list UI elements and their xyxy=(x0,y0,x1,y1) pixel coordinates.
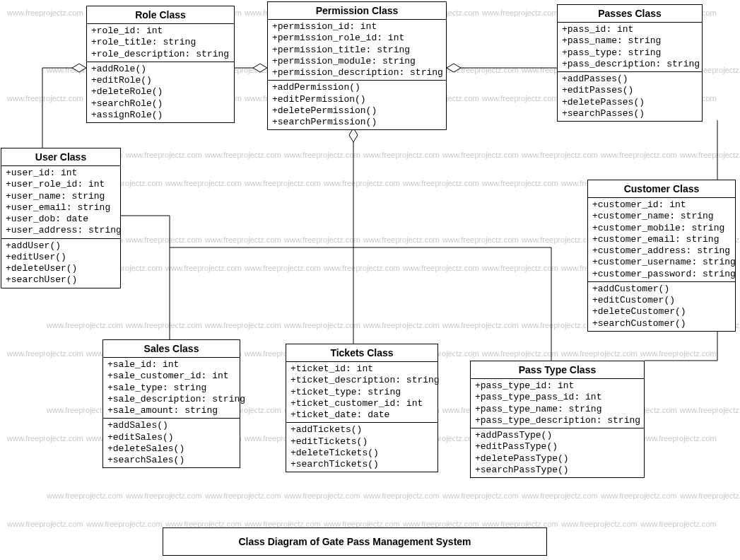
class-ops: +addPassType()+editPassType()+deletePass… xyxy=(471,428,644,477)
list-item: +ticket_id: int xyxy=(290,363,433,375)
svg-marker-2 xyxy=(447,64,461,72)
class-title: Permission Class xyxy=(268,2,446,20)
svg-marker-0 xyxy=(72,64,86,72)
list-item: +ticket_type: string xyxy=(290,387,433,398)
class-attrs: +customer_id: int+customer_name: string+… xyxy=(588,198,735,282)
class-passtype: Pass Type Class +pass_type_id: int+pass_… xyxy=(470,361,645,478)
list-item: +addTickets() xyxy=(290,424,433,436)
class-passes: Passes Class +pass_id: int+pass_name: st… xyxy=(557,4,703,122)
class-title: Tickets Class xyxy=(286,344,437,362)
class-role: Role Class +role_id: int+role_title: str… xyxy=(86,6,235,123)
list-item: +ticket_description: string xyxy=(290,375,433,386)
list-item: +searchPassType() xyxy=(475,465,640,476)
list-item: +editPassType() xyxy=(475,441,640,453)
list-item: +sale_amount: string xyxy=(107,405,235,416)
list-item: +searchTickets() xyxy=(290,459,433,470)
class-ops: +addTickets()+editTickets()+deleteTicket… xyxy=(286,423,437,472)
list-item: +role_description: string xyxy=(91,49,230,60)
class-title: Passes Class xyxy=(558,5,702,23)
list-item: +searchUser() xyxy=(6,274,116,286)
class-attrs: +ticket_id: int+ticket_description: stri… xyxy=(286,362,437,423)
list-item: +user_name: string xyxy=(6,191,116,202)
list-item: +sale_customer_id: int xyxy=(107,371,235,382)
class-attrs: +pass_id: int+pass_name: string+pass_typ… xyxy=(558,23,702,72)
class-title: Customer Class xyxy=(588,180,735,198)
diagram-title-text: Class Diagram of Gate Pass Management Sy… xyxy=(238,536,471,547)
list-item: +ticket_customer_id: int xyxy=(290,398,433,409)
list-item: +addRole() xyxy=(91,64,230,75)
list-item: +searchCustomer() xyxy=(592,318,731,329)
list-item: +customer_name: string xyxy=(592,211,731,222)
class-title: User Class xyxy=(1,148,120,166)
list-item: +permission_title: string xyxy=(272,45,442,56)
list-item: +deleteRole() xyxy=(91,86,230,98)
list-item: +pass_type_description: string xyxy=(475,415,640,426)
list-item: +role_id: int xyxy=(91,25,230,37)
list-item: +permission_module: string xyxy=(272,56,442,67)
list-item: +deleteSales() xyxy=(107,443,235,455)
list-item: +deleteCustomer() xyxy=(592,306,731,317)
list-item: +pass_description: string xyxy=(562,59,698,70)
list-item: +pass_type_id: int xyxy=(475,380,640,392)
class-title: Sales Class xyxy=(103,340,240,358)
class-tickets: Tickets Class +ticket_id: int+ticket_des… xyxy=(286,344,438,472)
list-item: +sale_description: string xyxy=(107,394,235,405)
diagram-title-box: Class Diagram of Gate Pass Management Sy… xyxy=(163,527,547,556)
list-item: +pass_type_name: string xyxy=(475,404,640,415)
list-item: +assignRole() xyxy=(91,110,230,121)
list-item: +editPermission() xyxy=(272,94,442,105)
class-ops: +addSales()+editSales()+deleteSales()+se… xyxy=(103,419,240,467)
list-item: +customer_id: int xyxy=(592,199,731,211)
list-item: +editCustomer() xyxy=(592,295,731,306)
list-item: +customer_mobile: string xyxy=(592,223,731,234)
class-ops: +addPermission()+editPermission()+delete… xyxy=(268,81,446,129)
class-attrs: +permission_id: int+permission_role_id: … xyxy=(268,20,446,81)
list-item: +editSales() xyxy=(107,432,235,443)
list-item: +deleteTickets() xyxy=(290,448,433,459)
list-item: +deleteUser() xyxy=(6,263,116,274)
list-item: +editTickets() xyxy=(290,436,433,448)
list-item: +pass_id: int xyxy=(562,24,698,35)
list-item: +user_address: string xyxy=(6,225,116,236)
class-ops: +addRole()+editRole()+deleteRole()+searc… xyxy=(87,62,234,122)
list-item: +addUser() xyxy=(6,240,116,252)
list-item: +searchSales() xyxy=(107,455,235,466)
list-item: +user_role_id: int xyxy=(6,179,116,190)
class-ops: +addUser()+editUser()+deleteUser()+searc… xyxy=(1,239,120,288)
list-item: +customer_password: string xyxy=(592,269,731,280)
list-item: +searchRole() xyxy=(91,98,230,110)
list-item: +pass_type: string xyxy=(562,47,698,59)
list-item: +editRole() xyxy=(91,75,230,86)
list-item: +user_id: int xyxy=(6,168,116,179)
list-item: +customer_address: string xyxy=(592,245,731,257)
list-item: +ticket_date: date xyxy=(290,409,433,421)
list-item: +addPasses() xyxy=(562,74,698,85)
svg-marker-1 xyxy=(253,64,267,72)
list-item: +deletePassType() xyxy=(475,453,640,465)
list-item: +permission_id: int xyxy=(272,21,442,33)
class-attrs: +sale_id: int+sale_customer_id: int+sale… xyxy=(103,358,240,419)
list-item: +customer_username: string xyxy=(592,257,731,268)
list-item: +addPermission() xyxy=(272,82,442,93)
list-item: +deletePermission() xyxy=(272,105,442,117)
list-item: +customer_email: string xyxy=(592,234,731,245)
class-attrs: +pass_type_id: int+pass_type_pass_id: in… xyxy=(471,379,644,428)
list-item: +searchPermission() xyxy=(272,117,442,128)
list-item: +role_title: string xyxy=(91,37,230,48)
list-item: +user_email: string xyxy=(6,202,116,214)
list-item: +addSales() xyxy=(107,420,235,431)
class-title: Role Class xyxy=(87,6,234,24)
class-attrs: +user_id: int+user_role_id: int+user_nam… xyxy=(1,166,120,239)
class-sales: Sales Class +sale_id: int+sale_customer_… xyxy=(102,339,240,468)
list-item: +user_dob: date xyxy=(6,214,116,225)
list-item: +addPassType() xyxy=(475,430,640,441)
list-item: +permission_role_id: int xyxy=(272,33,442,44)
class-user: User Class +user_id: int+user_role_id: i… xyxy=(1,148,121,288)
class-ops: +addPasses()+editPasses()+deletePasses()… xyxy=(558,72,702,121)
list-item: +pass_type_pass_id: int xyxy=(475,392,640,403)
list-item: +editUser() xyxy=(6,252,116,263)
list-item: +editPasses() xyxy=(562,85,698,96)
list-item: +pass_name: string xyxy=(562,35,698,47)
class-ops: +addCustomer()+editCustomer()+deleteCust… xyxy=(588,282,735,331)
class-customer: Customer Class +customer_id: int+custome… xyxy=(587,180,736,332)
